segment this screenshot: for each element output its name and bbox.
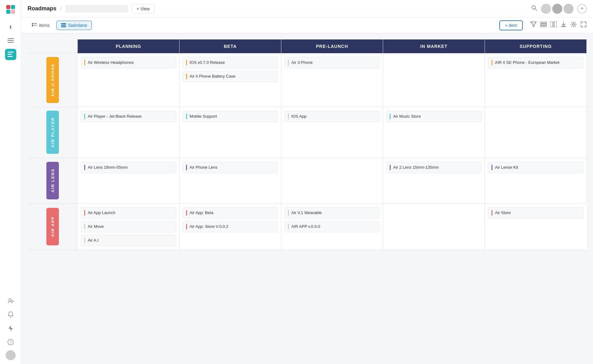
card-air-app-store[interactable]: Air App: Store V.0.0.2: [183, 221, 278, 232]
svg-rect-3: [6, 10, 10, 14]
swimlane-content: PLANNING BETA PRE-LAUNCH IN MARKET SUPPO…: [21, 33, 593, 364]
card-air-2-lens[interactable]: Air 2 Lens 15mm-135mm: [386, 162, 481, 173]
svg-rect-26: [540, 22, 547, 23]
col-header-planning: PLANNING: [78, 39, 179, 53]
cell-air-ii-phone-beta: IOS v0.7.0 Release Air II Phone Battery …: [179, 53, 281, 107]
card-air-app-v000[interactable]: AIR APP v.0.0.0: [284, 221, 380, 232]
breadcrumb-input[interactable]: [65, 5, 128, 13]
card-air-se-european[interactable]: AIR II SE Phone - European Market: [488, 57, 583, 68]
card-air-player-jet-black[interactable]: Air Player - Jet Black Release: [81, 111, 176, 122]
row-label-air-player: AIR PLAYER: [28, 107, 78, 158]
bolt-icon[interactable]: [5, 323, 16, 334]
swimlane-grid: PLANNING BETA PRE-LAUNCH IN MARKET SUPPO…: [28, 39, 587, 250]
add-view-button[interactable]: + View: [132, 4, 154, 13]
svg-point-32: [573, 23, 575, 25]
card-air-lens-18mm[interactable]: Air Lens 18mm-55mm: [81, 162, 176, 173]
card-air-3-phone[interactable]: Air 3 Phone: [284, 57, 380, 68]
col-header-supporting: SUPPORTING: [485, 39, 587, 53]
cell-air-ii-phone-pre-launch: Air 3 Phone: [281, 53, 383, 107]
download-icon[interactable]: ⬇: [5, 21, 16, 33]
svg-rect-29: [550, 22, 553, 27]
svg-rect-4: [11, 10, 15, 14]
app-logo[interactable]: [5, 4, 16, 15]
card-ios-app[interactable]: IOS App: [284, 111, 380, 122]
card-mobile-support[interactable]: Mobile Support: [183, 111, 278, 122]
card-air-wireless-headphones[interactable]: Air Wireless Headphones: [81, 57, 176, 68]
svg-rect-23: [61, 23, 66, 24]
card-air-music-store[interactable]: Air Music Store: [386, 111, 481, 122]
user-avatar[interactable]: [6, 350, 16, 360]
header-empty-cell: [28, 39, 78, 53]
svg-rect-22: [34, 25, 37, 26]
group-icon[interactable]: [540, 22, 547, 29]
filter-icon[interactable]: [530, 22, 537, 29]
person-add-icon[interactable]: [5, 295, 16, 306]
svg-rect-1: [6, 5, 10, 9]
user-avatar-2[interactable]: [552, 4, 562, 14]
list-icon[interactable]: [5, 35, 16, 46]
svg-rect-8: [8, 52, 14, 53]
user-avatar-3[interactable]: [564, 4, 574, 14]
cell-air-app-pre-launch: Air V.1 Wearable AIR APP v.0.0.0: [281, 203, 383, 250]
svg-rect-10: [8, 56, 13, 57]
help-icon[interactable]: ?: [5, 336, 16, 348]
cell-air-player-in-market: Air Music Store: [383, 107, 485, 158]
col-header-in-market: IN MARKET: [383, 39, 485, 53]
svg-point-17: [532, 6, 535, 9]
card-air-move[interactable]: Air Move: [81, 221, 176, 232]
cell-air-player-pre-launch: IOS App: [281, 107, 383, 158]
svg-rect-6: [8, 40, 14, 41]
export-icon[interactable]: [560, 21, 567, 29]
cell-air-player-beta: Mobile Support: [179, 107, 281, 158]
expand-icon[interactable]: [580, 21, 587, 29]
svg-rect-5: [8, 38, 14, 39]
card-air-phone-lens[interactable]: Air Phone Lens: [183, 162, 278, 173]
add-member-button[interactable]: +: [577, 4, 587, 13]
search-icon[interactable]: [531, 5, 537, 13]
cell-air-player-supporting: [485, 107, 587, 158]
svg-rect-20: [34, 23, 37, 24]
settings-icon[interactable]: [570, 21, 577, 29]
cell-air-ii-phone-in-market: [383, 53, 485, 107]
toolbar: Items Swimlane + Item: [21, 18, 593, 33]
card-ios-release[interactable]: IOS v0.7.0 Release: [183, 57, 278, 68]
card-air-ai[interactable]: Air A.I: [81, 235, 176, 246]
cell-air-lens-pre-launch: [281, 158, 383, 203]
cell-air-app-beta: Air App: Beta Air App: Store V.0.0.2: [179, 203, 281, 250]
card-air-lense-kit[interactable]: Air Lense Kit: [488, 162, 583, 173]
user-avatars: [541, 4, 574, 14]
cell-air-lens-planning: Air Lens 18mm-55mm: [78, 158, 179, 203]
user-avatar-1[interactable]: [541, 4, 551, 14]
cell-air-player-planning: Air Player - Jet Black Release: [78, 107, 179, 158]
svg-rect-19: [32, 23, 33, 24]
cell-air-app-supporting: Air Store: [485, 203, 587, 250]
columns-icon[interactable]: [550, 22, 557, 29]
col-header-beta: BETA: [179, 39, 281, 53]
breadcrumb-slash: /: [60, 5, 62, 12]
card-air-app-beta[interactable]: Air App: Beta: [183, 207, 278, 218]
card-air-v1-wearable[interactable]: Air V.1 Wearable: [284, 207, 380, 218]
col-header-pre-launch: PRE-LAUNCH: [281, 39, 383, 53]
cell-air-lens-supporting: Air Lense Kit: [485, 158, 587, 203]
card-air-phone-battery-case[interactable]: Air II Phone Battery Case: [183, 71, 278, 82]
svg-point-11: [9, 299, 11, 301]
svg-rect-27: [540, 24, 547, 25]
tab-items[interactable]: Items: [28, 21, 54, 30]
cell-air-lens-in-market: Air 2 Lens 15mm-135mm: [383, 158, 485, 203]
cell-air-app-in-market: [383, 203, 485, 250]
sidebar: ⬇ ?: [0, 0, 21, 364]
roadmap-icon[interactable]: [5, 49, 16, 60]
add-item-button[interactable]: + Item: [499, 20, 523, 30]
tab-swimlane[interactable]: Swimlane: [56, 21, 92, 30]
svg-text:?: ?: [9, 340, 12, 345]
card-air-store[interactable]: Air Store: [488, 207, 584, 218]
svg-rect-7: [8, 42, 14, 43]
bell-icon[interactable]: [5, 309, 16, 320]
card-air-app-launch[interactable]: Air App Launch: [81, 207, 176, 218]
svg-rect-31: [561, 26, 566, 27]
toolbar-actions: [530, 21, 587, 29]
svg-rect-21: [32, 25, 33, 26]
cell-air-ii-phone-planning: Air Wireless Headphones: [78, 53, 179, 107]
svg-rect-9: [8, 54, 12, 55]
row-label-air-app: AIR APP: [28, 203, 78, 250]
